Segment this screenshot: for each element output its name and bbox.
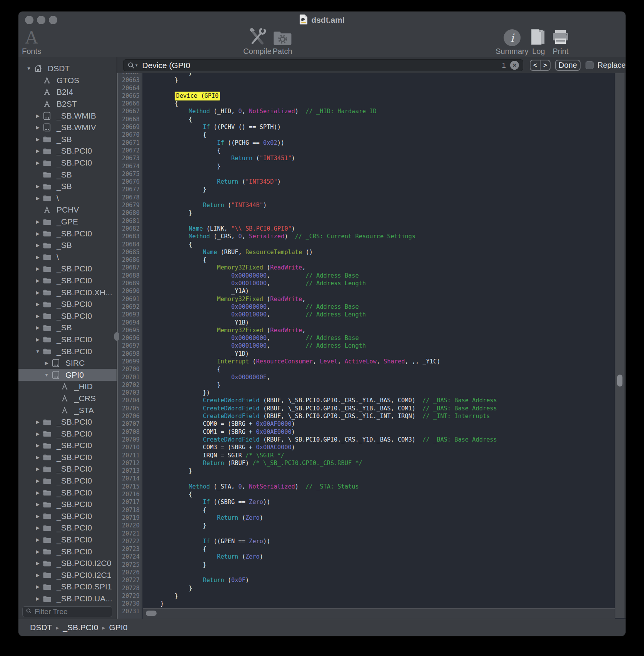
disclosure-closed-icon[interactable]: ▶ (33, 184, 42, 189)
tree-item[interactable]: ▶_SB.WMIB (18, 110, 117, 122)
disclosure-closed-icon[interactable]: ▶ (33, 290, 42, 295)
code-line[interactable]: 20663 } (117, 76, 616, 84)
tree-item[interactable]: ▼_SB.PCI0 (18, 345, 117, 357)
code-line[interactable]: 20704 CreateDWordField (RBUF, \_SB.PCI0.… (117, 397, 616, 404)
tree-item[interactable]: ▶_SB (18, 181, 117, 192)
code-line[interactable]: 20700 { (117, 365, 616, 373)
tree-item[interactable]: ▶_SB.PCI0 (18, 334, 117, 346)
code-line[interactable]: 20729 } (117, 592, 616, 600)
tree-item[interactable]: ▶_SB.PCI0 (18, 157, 117, 169)
code-line[interactable]: 20712 Return (RBUF) /* \_SB_.PCI0.GPI0._… (117, 459, 616, 467)
breadcrumb-item[interactable]: _SB.PCI0 (63, 623, 98, 632)
disclosure-closed-icon[interactable]: ▶ (33, 478, 42, 484)
code-line[interactable]: 20724 Return (Zero) (117, 553, 616, 561)
patch-button[interactable]: Patch (272, 28, 292, 57)
code-line[interactable]: 20706 CreateDWordField (RBUF, \_SB.PCI0.… (117, 412, 616, 420)
code-line[interactable]: 20692 0x00000000, // Address Base (117, 303, 616, 311)
code-line[interactable]: 20683 Method (_CRS, 0, Serialized) // _C… (117, 233, 616, 240)
search-query[interactable]: Device (GPI0 (142, 61, 190, 70)
tree-item[interactable]: _SB (18, 169, 117, 181)
horizontal-scrollbar[interactable] (143, 608, 615, 619)
code-line[interactable]: 20727 Return (0x0F) (117, 576, 616, 584)
tree-item[interactable]: ▶_SB.PCI0 (18, 428, 117, 440)
code-line[interactable]: 20662 } (117, 73, 616, 76)
code-line[interactable]: 20685 Name (RBUF, ResourceTemplate () (117, 248, 616, 256)
tree-item[interactable]: ▶_SB.PCI0 (18, 534, 117, 546)
code-line[interactable]: 20669 If ((PCHV () == SPTH)) (117, 123, 616, 131)
disclosure-closed-icon[interactable]: ▶ (33, 137, 42, 142)
tree-item[interactable]: ▶_SB (18, 134, 117, 146)
titlebar[interactable]: dsdt.aml (18, 12, 626, 28)
code-line[interactable]: 20702 } (117, 381, 616, 389)
code-line[interactable]: 20675 (117, 170, 616, 178)
disclosure-closed-icon[interactable]: ▶ (33, 160, 42, 166)
code-line[interactable]: 20682 Name (LINK, "\\_SB.PCI0.GPI0") (117, 225, 616, 233)
tree-item[interactable]: ▶_SB (18, 239, 117, 251)
compile-button[interactable]: Compile (243, 28, 271, 57)
tree-item[interactable]: ▶SIRC (18, 357, 117, 369)
breadcrumb-item[interactable]: GPI0 (109, 623, 127, 632)
tree-item[interactable]: ▶_SB.PCI0 (18, 263, 117, 275)
code-line[interactable]: 20687 Memory32Fixed (ReadWrite, (117, 264, 616, 271)
zoom-button[interactable] (49, 16, 57, 24)
tree-item[interactable]: ▶_SB.PCI0.XH... (18, 286, 117, 298)
code-line[interactable]: 20703 }) (117, 389, 616, 397)
code-line[interactable]: 20679 Return ("INT344B") (117, 201, 616, 209)
disclosure-closed-icon[interactable]: ▶ (33, 196, 42, 201)
code-line[interactable]: 20668 { (117, 115, 616, 123)
tree-item[interactable]: PCHV (18, 204, 117, 216)
tree-item[interactable]: ▶_SB.PCI0 (18, 546, 117, 557)
tree-item[interactable]: ▶_GPE (18, 216, 117, 228)
code-line[interactable]: 20693 0x00010000, // Address Length (117, 311, 616, 318)
disclosure-closed-icon[interactable]: ▶ (33, 466, 42, 472)
find-next-button[interactable]: > (541, 60, 550, 70)
tree-item[interactable]: ▶_SB.PCI0 (18, 522, 117, 534)
tree-item[interactable]: _CRS (18, 393, 117, 405)
code-line[interactable]: 20710 COM3 = (SBRG + 0x00AC0000) (117, 443, 616, 451)
tree-item[interactable]: ▶_SB.WMIV (18, 122, 117, 134)
code-line[interactable]: 20677 } (117, 186, 616, 193)
code-line[interactable]: 20689 0x00010000, // Address Length (117, 279, 616, 287)
search-menu-chevron-icon[interactable]: ▾ (135, 63, 138, 68)
find-previous-button[interactable]: < (531, 60, 541, 70)
disclosure-closed-icon[interactable]: ▶ (33, 596, 42, 601)
tree-item[interactable]: ▶_SB.PCI0 (18, 310, 117, 322)
disclosure-closed-icon[interactable]: ▶ (33, 266, 42, 271)
tree-item[interactable]: ▶_SB.PCI0.UA... (18, 593, 117, 605)
code-line[interactable]: 20718 { (117, 506, 616, 514)
code-line[interactable]: 20699 Interrupt (ResourceConsumer, Level… (117, 358, 616, 365)
tree-item[interactable]: ▼GPI0 (18, 369, 117, 381)
code-line[interactable]: 20722 If ((GPEN == Zero)) (117, 537, 616, 545)
disclosure-closed-icon[interactable]: ▶ (33, 243, 42, 248)
tree-item[interactable]: _STA (18, 404, 117, 416)
log-button[interactable]: Log (530, 28, 547, 57)
tree-item[interactable]: ▶_SB.PCI0.I2C1 (18, 569, 117, 581)
code-line[interactable]: 20717 If ((SBRG == Zero)) (117, 498, 616, 506)
code-line[interactable]: 20695 Memory32Fixed (ReadWrite, (117, 326, 616, 334)
code-line[interactable]: 20726 (117, 569, 616, 576)
code-line[interactable]: 20697 0x00010000, // Address Length (117, 342, 616, 350)
done-button[interactable]: Done (555, 60, 581, 71)
tree-item[interactable]: ▼DSDT (18, 63, 117, 75)
disclosure-closed-icon[interactable]: ▶ (33, 219, 42, 224)
tree-item[interactable]: ▶_SB.PCI0.SPI1 (18, 581, 117, 593)
code-line[interactable]: 20719 Return (Zero) (117, 514, 616, 522)
disclosure-closed-icon[interactable]: ▶ (33, 525, 42, 530)
tree-item[interactable]: ▶_SB.PCI0 (18, 510, 117, 522)
tree-item[interactable]: ▶\ (18, 251, 117, 263)
code-line[interactable]: 20673 Return ("INT3451") (117, 154, 616, 162)
disclosure-closed-icon[interactable]: ▶ (33, 443, 42, 448)
tree-item[interactable]: ▶_SB.PCI0 (18, 228, 117, 239)
tree-item[interactable]: ▶_SB.PCI0.I2C0 (18, 557, 117, 569)
code-line[interactable]: 20681 (117, 217, 616, 225)
code-line[interactable]: 20728 } (117, 584, 616, 592)
breadcrumb-item[interactable]: DSDT (30, 623, 52, 632)
disclosure-closed-icon[interactable]: ▶ (33, 537, 42, 542)
tree-item[interactable]: ▶_SB.PCI0 (18, 298, 117, 310)
code-line[interactable]: 20715 Method (_STA, 0, NotSerialized) //… (117, 483, 616, 490)
code-line[interactable]: 20713 } (117, 467, 616, 475)
tree-item[interactable]: ▶\ (18, 192, 117, 204)
minimize-button[interactable] (37, 16, 45, 24)
replace-checkbox[interactable] (586, 61, 594, 69)
disclosure-closed-icon[interactable]: ▶ (33, 254, 42, 260)
